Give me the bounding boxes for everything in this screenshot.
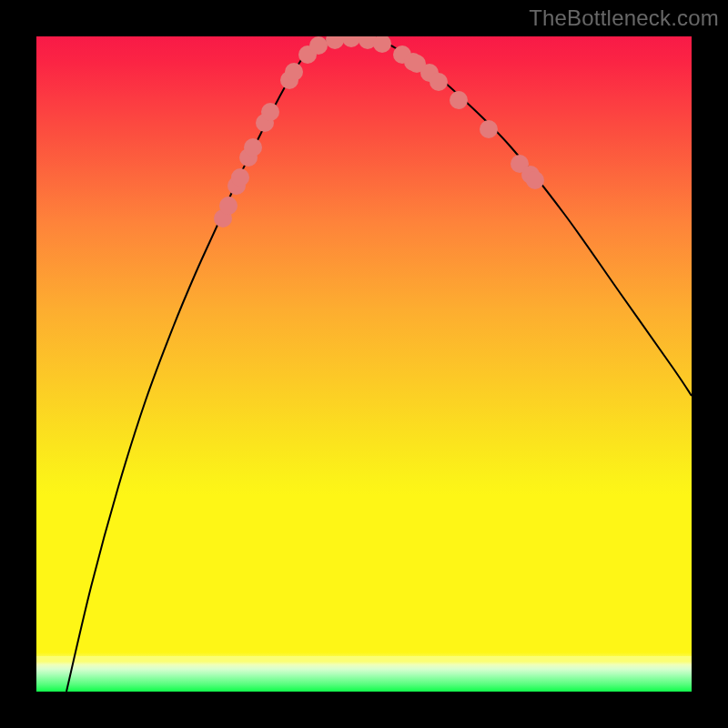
bottleneck-curve [66, 37, 692, 692]
marker-dot [285, 63, 303, 81]
marker-dot [309, 36, 328, 55]
chart-overlay-svg [36, 36, 692, 692]
marker-dot [244, 138, 262, 157]
marker-dot [231, 168, 249, 187]
plot-area [36, 36, 692, 692]
bottleneck-curve-path [66, 37, 692, 692]
marker-dot [480, 120, 498, 138]
marker-dot [450, 91, 468, 109]
marker-dot [526, 171, 544, 189]
marker-dot [219, 197, 238, 215]
chart-container: TheBottleneck.com [0, 0, 728, 728]
watermark-label: TheBottleneck.com [529, 5, 719, 31]
highlighted-points [214, 36, 544, 228]
marker-dot [373, 36, 391, 53]
marker-dot [261, 103, 279, 121]
marker-dot [342, 36, 360, 47]
marker-dot [326, 36, 344, 49]
marker-dot [430, 73, 448, 91]
